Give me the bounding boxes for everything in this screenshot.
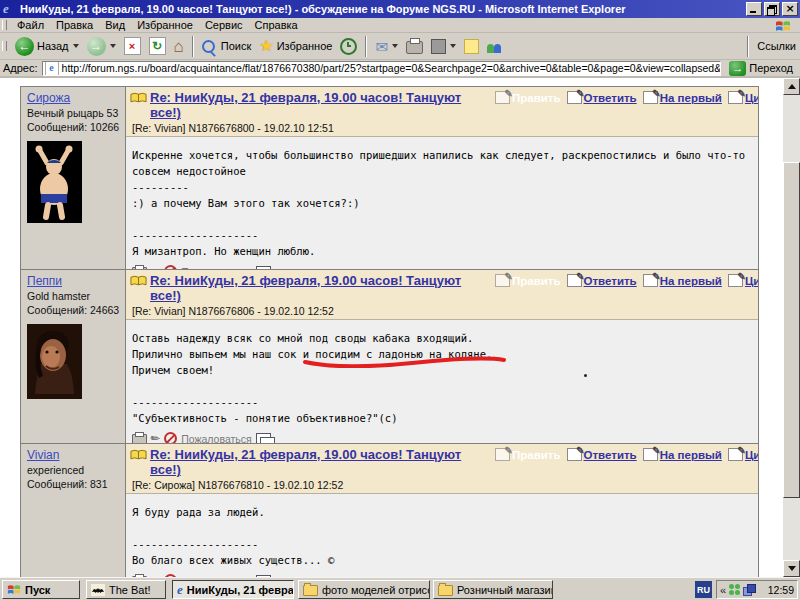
task-folder-photos[interactable]: фото моделей отрисова...: [298, 580, 430, 599]
edit-post-icon: [495, 274, 510, 287]
windows-logo-icon: [7, 583, 21, 596]
home-button[interactable]: ⌂: [170, 37, 188, 56]
star-icon: ★: [259, 38, 273, 54]
task-the-bat[interactable]: The Bat!: [86, 580, 166, 599]
menu-tools[interactable]: Сервис: [199, 18, 249, 32]
task-folder-shop[interactable]: Розничный магазин: [433, 580, 553, 599]
restore-button[interactable]: [764, 2, 780, 16]
reply-first-icon: [643, 274, 658, 287]
reply-link[interactable]: Ответить: [567, 91, 637, 104]
quote-link[interactable]: Цитата: [728, 91, 758, 104]
menu-help[interactable]: Справка: [249, 18, 304, 32]
system-tray: « 12:59: [716, 580, 798, 599]
links-bar[interactable]: Ссылки: [743, 36, 796, 57]
go-arrow-icon: →: [729, 61, 746, 76]
reply-link[interactable]: Ответить: [567, 448, 637, 461]
author-link[interactable]: Пеппи: [27, 274, 62, 288]
post-author-panel: Пеппи Gold hamster Сообщений: 24663: [21, 270, 126, 443]
address-url[interactable]: http://forum.ngs.ru/board/acquaintance/f…: [62, 62, 722, 74]
author-message-count: Сообщений: 831: [27, 478, 123, 490]
go-button[interactable]: → Переход: [725, 60, 797, 77]
report-icon[interactable]: [164, 432, 177, 444]
avatar: [27, 324, 123, 399]
discuss-button[interactable]: [460, 38, 483, 55]
stop-button[interactable]: ×: [120, 36, 145, 56]
forward-dropdown-icon[interactable]: [110, 44, 116, 48]
reply-first-link[interactable]: На первый: [643, 91, 722, 104]
reply-first-link[interactable]: На первый: [643, 448, 722, 461]
post-message-cell: Re: НииКуды, 21 февраля, 19.00 часов! Та…: [126, 270, 758, 443]
search-icon: [202, 40, 215, 53]
messenger-icon: [487, 39, 503, 53]
quote-icon: [728, 448, 743, 461]
forward-button[interactable]: →: [83, 36, 120, 57]
task-ie-forum[interactable]: e НииКуды, 21 февра...: [172, 580, 294, 599]
author-rank: Gold hamster: [27, 290, 123, 302]
back-dropdown-icon[interactable]: [73, 44, 79, 48]
favorites-button[interactable]: ★ Избранное: [255, 37, 336, 55]
post-message-cell: Re: НииКуды, 21 февраля, 19.00 часов! Та…: [126, 444, 758, 577]
post-text: Искренне хочется, чтобы большинство приш…: [132, 147, 752, 259]
vertical-scrollbar[interactable]: [783, 78, 800, 577]
minimize-button[interactable]: [746, 2, 762, 16]
print-post-icon[interactable]: [132, 434, 147, 444]
toolbar-grip[interactable]: [2, 41, 7, 51]
edit-button[interactable]: [427, 38, 460, 55]
standard-toolbar: ← Назад → × ↻ ⌂ Поиск ★ Избранное: [0, 33, 800, 60]
refresh-button[interactable]: ↻: [145, 36, 170, 56]
mail-button[interactable]: ✉: [371, 38, 402, 55]
menu-favorites[interactable]: Избранное: [131, 18, 199, 32]
forward-post-icon[interactable]: [256, 433, 271, 445]
post-body: Искренне хочется, чтобы большинство приш…: [126, 137, 758, 270]
menu-edit[interactable]: Правка: [50, 18, 99, 32]
tray-blue-app-icon[interactable]: [743, 584, 754, 595]
tray-green-app-icon[interactable]: [729, 584, 740, 595]
author-link[interactable]: Vivian: [27, 448, 59, 462]
history-button[interactable]: [336, 37, 361, 56]
mail-dropdown-icon[interactable]: [392, 44, 398, 48]
post-title-link[interactable]: Re: НииКуды, 21 февраля, 19.00 часов! Та…: [150, 273, 495, 303]
address-input[interactable]: e http://forum.ngs.ru/board/acquaintance…: [42, 61, 722, 76]
reply-icon: [567, 448, 582, 461]
scroll-up-button[interactable]: [783, 78, 800, 95]
ignore-user-icon[interactable]: ✎: [149, 431, 163, 444]
report-link[interactable]: Пожаловаться: [181, 433, 252, 445]
tray-expand-icon[interactable]: «: [720, 584, 726, 596]
stray-dot: [584, 374, 587, 377]
search-button[interactable]: Поиск: [198, 39, 255, 54]
scroll-down-button[interactable]: [783, 560, 800, 577]
menu-view[interactable]: Вид: [99, 18, 131, 32]
post-message-cell: Re: НииКуды, 21 февраля, 19.00 часов! Та…: [126, 87, 758, 269]
messenger-button[interactable]: [483, 38, 507, 54]
print-button[interactable]: [402, 37, 427, 55]
reply-first-link[interactable]: На первый: [643, 274, 722, 287]
reply-first-icon: [643, 448, 658, 461]
author-message-count: Сообщений: 24663: [27, 304, 123, 316]
quote-link[interactable]: Цитата: [728, 448, 758, 461]
author-message-count: Сообщений: 10266: [27, 121, 123, 133]
post-body: Оставь надежду всяк со мной под своды ка…: [126, 320, 758, 444]
address-bar: Адрес: e http://forum.ngs.ru/board/acqua…: [0, 60, 800, 78]
address-label: Адрес:: [3, 62, 38, 74]
language-indicator[interactable]: RU: [695, 581, 712, 598]
post-header: Re: НииКуды, 21 февраля, 19.00 часов! Та…: [126, 444, 758, 494]
post-title-link[interactable]: Re: НииКуды, 21 февраля, 19.00 часов! Та…: [150, 447, 495, 477]
menu-file[interactable]: Файл: [11, 18, 50, 32]
printer-icon: [406, 41, 423, 54]
reply-link[interactable]: Ответить: [567, 274, 637, 287]
close-button[interactable]: ×: [782, 2, 798, 16]
ie-window-icon: e: [3, 2, 17, 16]
quote-link[interactable]: Цитата: [728, 274, 758, 287]
start-button[interactable]: Пуск: [2, 580, 80, 599]
author-link[interactable]: Сирожа: [27, 91, 70, 105]
book-icon: [130, 92, 147, 104]
note-icon: [464, 39, 479, 54]
back-button[interactable]: ← Назад: [11, 36, 83, 57]
toolbar-grip[interactable]: [2, 20, 7, 30]
folder-icon: [438, 585, 453, 596]
book-icon: [130, 275, 147, 287]
post-title-link[interactable]: Re: НииКуды, 21 февраля, 19.00 часов! Та…: [150, 90, 495, 120]
edit-dropdown-icon[interactable]: [450, 44, 456, 48]
history-icon: [340, 38, 357, 55]
scrollbar-thumb[interactable]: [783, 162, 800, 498]
